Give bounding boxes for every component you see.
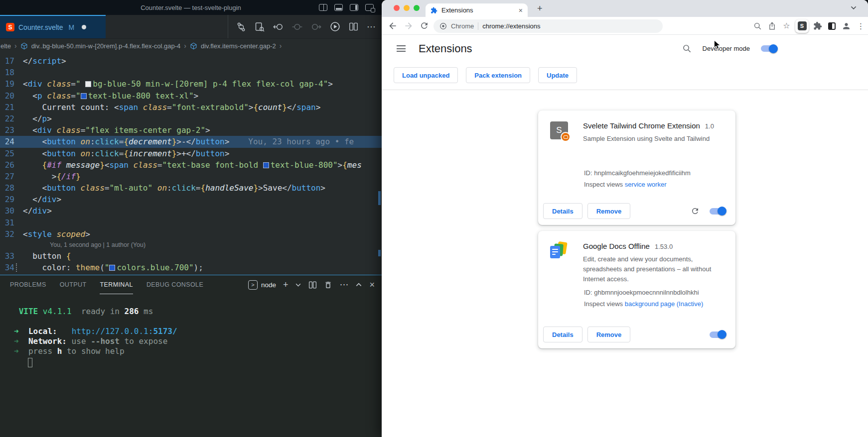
chrome-tab-strip: Extensions × + [382,0,868,17]
reload-icon[interactable] [420,21,429,30]
back-icon[interactable] [388,21,398,31]
developer-mode-toggle[interactable] [761,45,777,52]
tab-extensions[interactable]: Extensions × [426,3,528,17]
update-button[interactable]: Update [538,67,577,83]
terminal-cursor [28,358,32,367]
breadcrumb-separator: › [280,42,282,50]
nav-dot-icon [292,22,302,32]
details-button[interactable]: Details [543,327,582,342]
extension-enabled-toggle[interactable] [710,331,725,338]
active-extension-button[interactable]: S [795,19,809,33]
breadcrumb-item[interactable]: div.flex.items-center.gap-2 [201,42,276,50]
code-line-17[interactable]: 17</script> [0,55,382,67]
extensions-puzzle-icon[interactable] [813,21,822,30]
unsaved-dot-icon[interactable] [82,25,86,29]
details-button[interactable]: Details [543,203,582,219]
bookmark-star-icon[interactable]: ☆ [783,22,790,30]
close-window-icon[interactable] [394,5,400,11]
code-line-21[interactable]: 21 Current count: <span class="font-extr… [0,102,382,113]
terminal-process-label: node [261,281,276,289]
terminal-process[interactable]: > node [248,280,276,290]
background-page-link[interactable]: background page (Inactive) [625,300,704,308]
tab-counter-svelte[interactable]: S Counter.svelte M [0,15,106,38]
more-actions-icon[interactable]: ⋯ [367,22,376,31]
panel-more-icon[interactable]: ⋯ [339,280,348,289]
service-worker-link[interactable]: service worker [625,181,667,188]
run-preview-icon[interactable] [330,21,340,32]
code-line-30[interactable]: 30</div> [0,205,382,217]
split-terminal-icon[interactable] [308,281,317,289]
terminal-output[interactable]: VITE v4.1.1 ready in 286 ms ➜ Local: htt… [0,294,382,367]
code-line-32[interactable]: 32<style scoped> [0,228,382,240]
code-line-26[interactable]: 26 {#if message}<span class="text-base f… [0,159,382,171]
code-line-23[interactable]: 23 <div class="flex items-center gap-2"> [0,124,382,136]
address-bar[interactable]: Chrome chrome://extensions [434,19,663,33]
minimize-window-icon[interactable] [404,5,410,11]
close-tab-icon[interactable]: × [519,7,523,14]
panel-tab-problems[interactable]: PROBLEMS [10,275,46,294]
pack-extension-button[interactable]: Pack extension [466,67,530,83]
git-compare-icon[interactable] [236,22,246,32]
split-editor-icon[interactable] [349,22,358,31]
code-line-28[interactable]: 28 <button class="ml-auto" on:click={han… [0,182,382,194]
extension-version: 1.53.0 [655,243,673,250]
toggle-secondary-sidebar-icon[interactable] [350,4,358,11]
profile-avatar-icon[interactable] [842,21,851,31]
search-icon[interactable] [682,44,692,53]
line-number: 23 [0,124,23,136]
inspect-views-line: Inspect views background page (Inactive) [584,300,703,308]
remove-button[interactable]: Remove [587,327,631,342]
code-line-24[interactable]: 24 <button on:click={decrement}>-</butto… [0,136,382,147]
panel-tab-terminal[interactable]: TERMINAL [100,275,133,294]
toggle-sidebar-icon[interactable] [319,4,327,11]
window-title: Counter.svelte — test-svelte-plugin [141,4,241,11]
panel-tab-debug-console[interactable]: DEBUG CONSOLE [146,275,203,294]
url-text[interactable]: chrome://extensions [482,22,540,30]
new-terminal-icon[interactable]: + [283,280,289,289]
code-line-31[interactable]: 31 [0,217,382,228]
mouse-cursor [714,40,721,49]
code-line-19[interactable]: 19<div class=" bg-blue-50 min-w-[20rem] … [0,78,382,90]
zoom-window-icon[interactable] [414,5,420,11]
code-line-18[interactable]: 18 [0,67,382,78]
code-line-22[interactable]: 22 </p> [0,113,382,124]
maximize-panel-icon[interactable] [355,281,362,288]
breadcrumb-item[interactable]: div..bg-blue-50.min-w-[20rem].p-4.flex.f… [31,42,181,50]
zoom-icon[interactable] [753,22,762,30]
reload-extension-icon[interactable] [691,207,700,216]
close-panel-icon[interactable]: × [369,280,375,289]
new-tab-icon[interactable]: + [537,4,543,13]
remove-button[interactable]: Remove [587,203,631,219]
terminal-line: ➜ Network: use --host to expose [14,336,382,346]
code-editor[interactable]: 17</script>1819<div class=" bg-blue-50 m… [0,53,382,274]
toggle-panel-icon[interactable] [334,4,343,11]
panel-tab-bar: PROBLEMS OUTPUT TERMINAL DEBUG CONSOLE >… [0,275,382,294]
customize-layout-icon[interactable] [365,4,374,11]
load-unpacked-button[interactable]: Load unpacked [394,67,458,83]
code-line-34[interactable]: 34 color: theme("colors.blue.700"); [0,262,382,273]
code-line-27[interactable]: 27 >{/if} [0,171,382,182]
code-line-33[interactable]: 33 button { [0,250,382,262]
vscode-titlebar[interactable]: Counter.svelte — test-svelte-plugin [0,0,382,15]
extension-enabled-toggle[interactable] [710,208,725,215]
chrome-menu-icon[interactable]: ⋮ [857,21,865,31]
side-panel-icon[interactable] [828,22,836,30]
breadcrumb-file[interactable]: elte [0,42,11,50]
code-line-25[interactable]: 25 <button on:click={increment}>+</butto… [0,148,382,159]
hamburger-menu-icon[interactable] [397,45,406,52]
terminal-dropdown-icon[interactable] [295,282,301,288]
editor-actions: ⋯ [228,15,376,38]
panel-tab-output[interactable]: OUTPUT [60,275,87,294]
kill-terminal-trash-icon[interactable] [324,281,332,289]
code-line-20[interactable]: 20 <p class="text-blue-800 text-xl"> [0,90,382,102]
site-info-icon[interactable] [439,22,447,30]
share-icon[interactable] [768,22,776,30]
site-label: Chrome [451,22,474,30]
code-line-29[interactable]: 29 </div> [0,194,382,205]
vscode-window: Counter.svelte — test-svelte-plugin S Co… [0,0,382,437]
svelte-icon: S [6,23,14,31]
nav-back-icon[interactable] [273,22,284,32]
overview-ruler-mark [378,250,381,256]
tab-search-chevron-icon[interactable] [850,4,857,11]
open-preview-icon[interactable] [255,22,265,32]
